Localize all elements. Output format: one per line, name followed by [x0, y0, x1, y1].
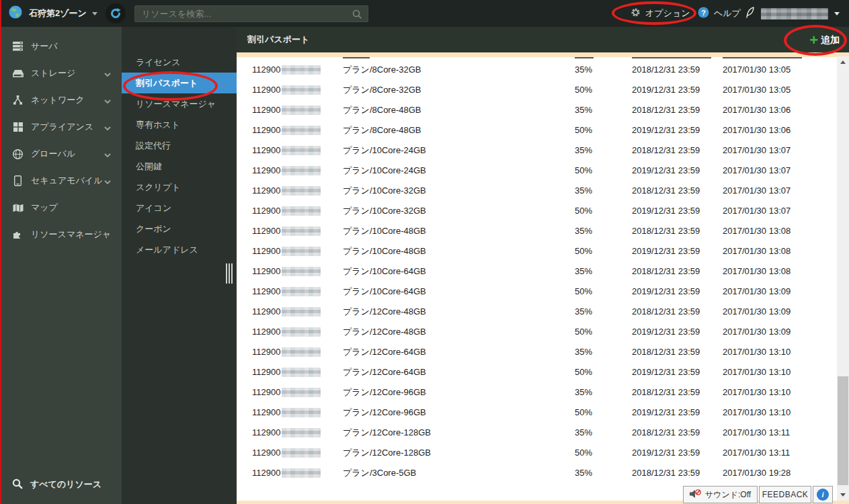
sidebar-item-map[interactable]: マップ [0, 194, 122, 221]
discount-rate: 50% [575, 161, 592, 181]
sidebar-item-storage[interactable]: ストレージ [0, 60, 122, 87]
table-row[interactable]: 112900 プラン/10Core-32GB 35% 2018/12/31 23… [237, 181, 837, 201]
plan-name: プラン/12Core-128GB [343, 443, 431, 463]
subnav-resource-manager[interactable]: リソースマネージャ [122, 93, 237, 114]
account-menu[interactable] [745, 0, 840, 27]
vertical-scrollbar[interactable] [837, 56, 849, 501]
content-header: 割引パスポート + 追加 [237, 27, 849, 52]
created-date: 2017/01/30 13:06 [723, 120, 791, 140]
table-row[interactable]: 112900 プラン/8Core-48GB 50% 2019/12/31 23:… [237, 120, 837, 140]
info-button[interactable]: i [813, 486, 833, 503]
plan-name: プラン/10Core-48GB [343, 221, 426, 241]
sidebar-item-appliance[interactable]: アプライアンス [0, 114, 122, 140]
passport-id: 112900 [252, 443, 280, 463]
appliance-icon [12, 122, 24, 132]
expire-date: 2019/12/31 23:59 [632, 322, 700, 342]
sidebar-item-network[interactable]: ネットワーク [0, 87, 122, 114]
plan-name: プラン/10Core-24GB [343, 140, 426, 161]
plan-name: プラン/10Core-24GB [343, 161, 426, 181]
refresh-button[interactable] [106, 3, 126, 24]
subnav-coupon[interactable]: クーポン [122, 218, 237, 239]
table-row[interactable]: 112900 プラン/12Core-96GB 35% 2018/12/31 23… [237, 382, 837, 403]
passport-id: 112900 [252, 221, 280, 241]
table-row[interactable]: 112900 プラン/10Core-24GB 50% 2019/12/31 23… [237, 161, 837, 181]
sound-toggle-button[interactable]: サウンド:Off [683, 486, 758, 503]
zone-selector[interactable]: 石狩第2ゾーン [8, 0, 97, 27]
plan-name: プラン/10Core-48GB [343, 241, 426, 261]
subnav-license[interactable]: ライセンス [122, 52, 237, 73]
options-button[interactable]: オプション [631, 0, 690, 27]
sidebar-item-global[interactable]: グローバル [0, 140, 122, 167]
table-row[interactable]: 112900 プラン/12Core-64GB 50% 2019/12/31 23… [237, 362, 837, 382]
server-icon [12, 42, 24, 51]
passport-id: 112900 [252, 302, 280, 322]
passport-id: 112900 [252, 362, 280, 382]
expire-date: 2019/12/31 23:59 [632, 362, 700, 382]
discount-rate: 35% [575, 463, 592, 483]
search-input[interactable] [135, 6, 368, 22]
table-row[interactable]: 112900 プラン/10Core-32GB 50% 2019/12/31 23… [237, 201, 837, 221]
table-row[interactable]: 112900 プラン/12Core-128GB 50% 2019/12/31 2… [237, 443, 837, 463]
table-row[interactable]: 112900 プラン/10Core-64GB 35% 2018/12/31 23… [237, 261, 837, 282]
sidebar-item-server[interactable]: サーバ [0, 33, 122, 60]
expire-date: 2019/12/31 23:59 [632, 120, 700, 140]
table-row[interactable]: 112900 プラン/12Core-128GB 35% 2018/12/31 2… [237, 423, 837, 443]
svg-text:?: ? [701, 9, 706, 17]
table-row[interactable]: 112900 プラン/12Core-96GB 50% 2019/12/31 23… [237, 403, 837, 423]
plan-name: プラン/12Core-96GB [343, 403, 426, 423]
expire-date: 2019/12/31 23:59 [632, 443, 700, 463]
feedback-button[interactable]: FEEDBACK [759, 486, 811, 503]
table-row[interactable]: 112900 プラン/12Core-48GB 50% 2019/12/31 23… [237, 322, 837, 342]
subnav-mail-address[interactable]: メールアドレス [122, 239, 237, 260]
table-row[interactable]: 112900 プラン/12Core-48GB 35% 2018/12/31 23… [237, 302, 837, 322]
expire-date: 2019/12/31 23:59 [632, 161, 700, 181]
primary-sidebar: サーバ ストレージ ネットワーク アプライアンス グローバル セキュアモバイル [0, 27, 122, 504]
created-date: 2017/01/30 13:06 [723, 100, 791, 120]
plan-name: プラン/8Core-32GB [343, 60, 421, 80]
search-icon [12, 478, 23, 491]
table-row[interactable]: 112900 プラン/10Core-24GB 35% 2018/12/31 23… [237, 140, 837, 161]
passport-id: 112900 [252, 80, 280, 100]
table-row[interactable]: 112900 プラン/10Core-48GB 35% 2018/12/31 23… [237, 221, 837, 241]
scrollbar-thumb[interactable] [838, 376, 848, 485]
discount-rate: 50% [575, 80, 592, 100]
subnav-dedicated-host[interactable]: 専有ホスト [122, 114, 237, 135]
all-resources-button[interactable]: すべてのリソース [0, 470, 122, 499]
plan-name: プラン/10Core-32GB [343, 181, 426, 201]
sidebar-item-resource-manager[interactable]: リソースマネージャ [0, 221, 122, 248]
created-date: 2017/01/30 13:09 [723, 302, 791, 322]
subnav-icon[interactable]: アイコン [122, 198, 237, 218]
sidebar-item-secure-mobile[interactable]: セキュアモバイル [0, 167, 122, 194]
scroll-down-button[interactable] [837, 489, 849, 501]
discount-rate: 35% [575, 382, 592, 403]
created-date: 2017/01/30 13:10 [723, 362, 791, 382]
help-button[interactable]: ? ヘルプ [698, 0, 741, 27]
table-row[interactable]: 112900 プラン/8Core-32GB 50% 2019/12/31 23:… [237, 80, 837, 100]
expire-date: 2018/12/31 23:59 [632, 140, 700, 161]
created-date: 2017/01/30 13:05 [723, 80, 791, 100]
table-row[interactable]: 112900 プラン/10Core-48GB 50% 2019/12/31 23… [237, 241, 837, 261]
expire-date: 2018/12/31 23:59 [632, 342, 700, 362]
table-row[interactable]: 112900 プラン/12Core-64GB 35% 2018/12/31 23… [237, 342, 837, 362]
passport-id: 112900 [252, 140, 280, 161]
plan-name: プラン/8Core-32GB [343, 80, 421, 100]
subnav-config-proxy[interactable]: 設定代行 [122, 135, 237, 156]
table-row[interactable]: 112900 プラン/3Core-5GB 35% 2018/12/31 23:5… [237, 463, 837, 483]
created-date: 2017/01/30 13:05 [723, 60, 791, 80]
redacted-id-block [282, 327, 321, 337]
subnav-discount-passport[interactable]: 割引パスポート [122, 73, 237, 93]
resource-search [134, 5, 368, 22]
expire-date: 2018/12/31 23:59 [632, 382, 700, 403]
subnav-script[interactable]: スクリプト [122, 177, 237, 198]
table-row[interactable]: 112900 プラン/10Core-64GB 50% 2019/12/31 23… [237, 282, 837, 302]
add-button[interactable]: + 追加 [809, 32, 840, 48]
plan-name: プラン/8Core-48GB [343, 120, 421, 140]
scroll-up-button[interactable] [837, 56, 849, 68]
plan-name: プラン/12Core-64GB [343, 362, 426, 382]
sidebar-resize-handle[interactable] [226, 263, 235, 284]
table-row[interactable]: 112900 プラン/8Core-32GB 35% 2018/12/31 23:… [237, 60, 837, 80]
account-caret-icon [834, 12, 840, 15]
subnav-public-key[interactable]: 公開鍵 [122, 156, 237, 177]
table-row[interactable]: 112900 プラン/8Core-48GB 35% 2018/12/31 23:… [237, 100, 837, 120]
passport-id: 112900 [252, 161, 280, 181]
